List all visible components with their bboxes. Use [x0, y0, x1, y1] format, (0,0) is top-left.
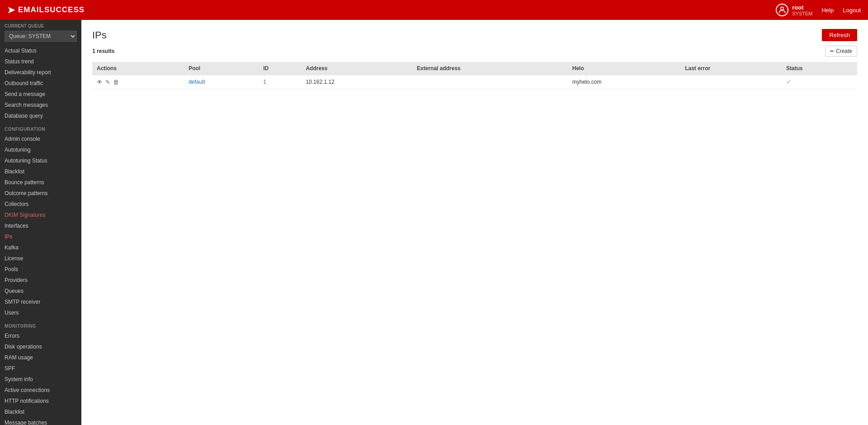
col-last-error: Last error — [680, 62, 782, 75]
logo-arrow: ➤ — [7, 5, 15, 15]
pool-link[interactable]: default — [189, 79, 205, 85]
sidebar-item-autotuning-status[interactable]: Autotuning Status — [0, 155, 81, 166]
sidebar-item-http-notifications[interactable]: HTTP notifications — [0, 396, 81, 406]
user-details: root SYSTEM — [792, 4, 812, 16]
results-count: 1 results — [92, 48, 114, 54]
refresh-button[interactable]: Refresh — [822, 29, 857, 41]
sidebar-item-errors[interactable]: Errors — [0, 330, 81, 341]
logout-link[interactable]: Logout — [843, 7, 861, 14]
table-body: 👁 ✎ 🗑 default 1 10.162.1.12 myhelo.com — [92, 75, 857, 89]
sidebar-item-disk-operations[interactable]: Disk operations — [0, 341, 81, 352]
col-actions: Actions — [92, 62, 184, 75]
header: ➤ EMAILSUCCESS root SYSTEM Help Logout — [0, 0, 868, 20]
queue-section: CURRENT QUEUE Queue: SYSTEM — [0, 20, 81, 45]
col-status: Status — [782, 62, 857, 75]
delete-icon[interactable]: 🗑 — [113, 79, 119, 86]
cell-id: 1 — [259, 75, 301, 89]
avatar — [776, 4, 788, 16]
sidebar-item-ram-usage[interactable]: RAM usage — [0, 352, 81, 363]
sidebar-item-outcome-patterns[interactable]: Outcome patterns — [0, 188, 81, 199]
sidebar-section-0: Actual Status Status trend Deliverabilit… — [0, 45, 81, 121]
header-right: root SYSTEM Help Logout — [776, 4, 861, 16]
sidebar-item-dkim-signatures[interactable]: DKIM Signatures — [0, 210, 81, 220]
user-info: root SYSTEM — [776, 4, 812, 16]
col-helo: Helo — [568, 62, 680, 75]
sidebar-item-license[interactable]: License — [0, 253, 81, 264]
user-name: root — [792, 4, 812, 11]
create-button[interactable]: ✏ Create — [825, 46, 857, 57]
status-icon: ✓ — [786, 78, 792, 86]
page-title: IPs — [92, 29, 107, 41]
action-icons: 👁 ✎ 🗑 — [97, 79, 179, 86]
help-link[interactable]: Help — [821, 7, 834, 14]
sidebar-item-database-query[interactable]: Database query — [0, 110, 81, 121]
cell-status: ✓ — [782, 75, 857, 89]
sidebar-item-pools[interactable]: Pools — [0, 264, 81, 275]
col-external-address: External address — [412, 62, 568, 75]
sidebar-item-bounce-patterns[interactable]: Bounce patterns — [0, 177, 81, 188]
col-id: ID — [259, 62, 301, 75]
sidebar-item-blacklist-config[interactable]: Blacklist — [0, 166, 81, 177]
id-link[interactable]: 1 — [263, 79, 266, 85]
sidebar-item-autotuning[interactable]: Autotuning — [0, 144, 81, 155]
layout: CURRENT QUEUE Queue: SYSTEM Actual Statu… — [0, 20, 868, 425]
cell-last-error — [680, 75, 782, 89]
sidebar-item-actual-status[interactable]: Actual Status — [0, 45, 81, 56]
sidebar-item-ips[interactable]: IPs — [0, 231, 81, 242]
logo-text: EMAILSUCCESS — [18, 5, 85, 14]
sidebar-item-deliverability-report[interactable]: Deliverability report — [0, 67, 81, 78]
main-content: IPs Refresh 1 results ✏ Create Actions P… — [81, 20, 868, 425]
table-header: Actions Pool ID Address External address… — [92, 62, 857, 75]
col-address: Address — [301, 62, 412, 75]
sidebar-item-system-info[interactable]: System info — [0, 374, 81, 385]
cell-external-address — [412, 75, 568, 89]
results-bar: 1 results ✏ Create — [92, 46, 857, 57]
logo: ➤ EMAILSUCCESS — [7, 5, 85, 15]
current-queue-label: CURRENT QUEUE — [5, 24, 77, 29]
sidebar: CURRENT QUEUE Queue: SYSTEM Actual Statu… — [0, 20, 81, 425]
sidebar-item-kafka[interactable]: Kafka — [0, 242, 81, 253]
svg-point-0 — [781, 7, 784, 10]
sidebar-item-status-trend[interactable]: Status trend — [0, 56, 81, 67]
cell-actions: 👁 ✎ 🗑 — [92, 75, 184, 89]
sidebar-section-monitoring: Errors Disk operations RAM usage SPF Sys… — [0, 330, 81, 425]
cell-pool: default — [184, 75, 259, 89]
queue-selector[interactable]: Queue: SYSTEM — [5, 31, 77, 42]
sidebar-section-label-configuration: CONFIGURATION — [0, 121, 81, 134]
sidebar-item-search-messages[interactable]: Search messages — [0, 100, 81, 110]
cell-helo: myhelo.com — [568, 75, 680, 89]
sidebar-item-outbound-traffic[interactable]: Outbound traffic — [0, 78, 81, 89]
table-row: 👁 ✎ 🗑 default 1 10.162.1.12 myhelo.com — [92, 75, 857, 89]
sidebar-item-interfaces[interactable]: Interfaces — [0, 220, 81, 231]
ips-table: Actions Pool ID Address External address… — [92, 62, 857, 89]
col-pool: Pool — [184, 62, 259, 75]
edit-icon[interactable]: ✎ — [105, 79, 110, 86]
sidebar-item-providers[interactable]: Providers — [0, 275, 81, 286]
cell-address: 10.162.1.12 — [301, 75, 412, 89]
sidebar-item-active-connections[interactable]: Active connections — [0, 385, 81, 396]
view-icon[interactable]: 👁 — [97, 79, 103, 86]
sidebar-item-spf[interactable]: SPF — [0, 363, 81, 374]
sidebar-section-configuration: Admin console Autotuning Autotuning Stat… — [0, 134, 81, 318]
sidebar-item-admin-console[interactable]: Admin console — [0, 134, 81, 144]
sidebar-item-queues[interactable]: Queues — [0, 286, 81, 296]
sidebar-item-message-batches[interactable]: Message batches — [0, 417, 81, 425]
user-role: SYSTEM — [792, 11, 812, 16]
sidebar-item-smtp-receiver[interactable]: SMTP receiver — [0, 296, 81, 307]
create-icon: ✏ — [830, 48, 834, 54]
sidebar-item-users[interactable]: Users — [0, 307, 81, 318]
sidebar-item-blacklist-monitoring[interactable]: Blacklist — [0, 406, 81, 417]
sidebar-section-label-monitoring: MONITORING — [0, 318, 81, 330]
sidebar-item-send-message[interactable]: Send a message — [0, 89, 81, 100]
main-header: IPs Refresh — [92, 29, 857, 41]
sidebar-item-collectors[interactable]: Collectors — [0, 199, 81, 210]
